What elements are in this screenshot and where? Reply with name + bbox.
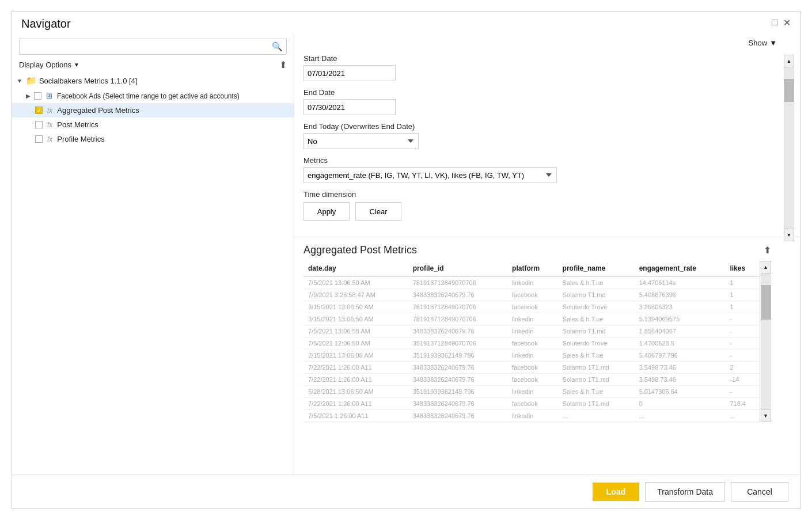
table-cell: 5.1394069575 [635,313,726,325]
table-row: 7/5/2021 13:06:50 AM781918712849070706li… [303,276,760,289]
col-profile-id: profile_id [408,261,507,276]
aggregated-post-metrics-checkbox[interactable] [35,107,43,114]
scroll-track [784,67,794,229]
search-icon: 🔍 [272,41,283,52]
table-cell: Solarmo T1.md [558,325,635,337]
show-chevron: ▼ [769,39,777,47]
search-input[interactable] [23,43,272,51]
table-cell: 5/28/2021 13:06:50 AM [303,386,408,398]
end-today-label: End Today (Overwrites End Date) [303,122,771,131]
table-cell: ... [635,410,726,422]
tree-item-profile-metrics[interactable]: fx Profile Metrics [12,132,294,146]
table-cell: Sales & h.T.ue [558,350,635,362]
start-date-label: Start Date [303,54,771,63]
table-cell: linkedin [507,276,558,289]
show-label: Show [749,39,768,47]
title-bar: Navigator □ ✕ [12,12,800,34]
end-date-label: End Date [303,88,771,97]
tree-item-socialbakers[interactable]: ▼ 📁 Socialbakers Metrics 1.1.0 [4] [12,73,294,89]
clear-button[interactable]: Clear [355,202,401,221]
table-cell: - [725,325,760,337]
table-cell: 7/9/2021 3:26:58:47 AM [303,289,408,301]
table-row: 7/9/2021 3:26:58:47 AM348338326240679.76… [303,289,760,301]
table-cell: facebook [507,301,558,313]
scroll-up-button[interactable]: ▲ [784,55,794,67]
data-title-row: Aggregated Post Metrics ⬆ [303,244,771,256]
table-cell: 2/15/2021 13:06:08 AM [303,350,408,362]
table-cell: - [725,386,760,398]
table-row: 2/15/2021 13:06:08 AM35191939362149.796l… [303,350,760,362]
col-likes: likes [725,261,760,276]
table-header-row: date.day profile_id platform profile_nam… [303,261,760,276]
action-buttons: Apply Clear [303,202,771,221]
left-export-icon[interactable]: ⬆ [279,59,287,70]
profile-metrics-checkbox[interactable] [35,135,43,143]
table-cell: 1.4700623.5 [635,337,726,350]
end-date-input[interactable] [303,99,396,115]
table-cell: 348338326240679.76 [408,398,507,410]
close-icon[interactable]: ✕ [783,17,791,28]
table-cell: linkedin [507,410,558,422]
tree-item-post-metrics[interactable]: fx Post Metrics [12,117,294,132]
tree-item-facebook-ads[interactable]: ▶ ⊞ Facebook Ads (Select time range to g… [12,89,294,103]
table-cell: linkedin [507,386,558,398]
table-row: 3/15/2021 13:06:50 AM781918712849070706l… [303,313,760,325]
search-bar[interactable]: 🔍 [19,39,287,55]
table-cell: 35191939362149.796 [408,350,507,362]
table-cell: 1.856404067 [635,325,726,337]
display-options-button[interactable]: Display Options ▼ [19,60,79,69]
right-panel: Show ▼ ▲ ▼ Start Date [294,34,800,475]
end-today-select[interactable]: No Yes [303,133,419,149]
table-cell: 7/5/2021 1:26:00 A11 [303,410,408,422]
table-cell: Solarmo 1T1.md [558,374,635,386]
facebook-ads-checkbox[interactable] [34,92,41,100]
tree-item-label: Profile Metrics [57,135,104,143]
data-table-wrapper: date.day profile_id platform profile_nam… [303,261,771,475]
data-export-icon[interactable]: ⬆ [764,245,771,256]
col-platform: platform [507,261,558,276]
main-content: 🔍 Display Options ▼ ⬆ ▼ 📁 Socialbakers M… [12,34,800,475]
table-cell: 781918712849070706 [408,276,507,289]
table-flex: date.day profile_id platform profile_nam… [303,261,771,422]
show-button[interactable]: Show ▼ [749,39,777,47]
cancel-button[interactable]: Cancel [731,482,788,502]
tree-item-aggregated-post-metrics[interactable]: fx Aggregated Post Metrics [12,103,294,117]
table-cell: 35191939362149.796 [408,386,507,398]
table-row: 7/5/2021 12:06:50 AM351913712849070706fa… [303,337,760,350]
table-scroll-up[interactable]: ▲ [761,261,771,274]
table-cell: 5.408676396 [635,289,726,301]
tree-item-label: Post Metrics [57,120,98,129]
table-cell: -14 [725,374,760,386]
load-button[interactable]: Load [593,483,639,501]
table-cell: 3.26806323 [635,301,726,313]
scroll-down-button[interactable]: ▼ [784,229,794,241]
table-cell: Solarmo 1T1.md [558,398,635,410]
table-cell: - [725,350,760,362]
table-cell: 7/5/2021 13:06:58 AM [303,325,408,337]
table-scrollbar: ▲ ▼ [760,261,771,422]
display-options-chevron: ▼ [74,62,79,68]
table-cell: linkedin [507,350,558,362]
table-cell: Solarmo 1T1.md [558,362,635,374]
table-row: 5/28/2021 13:06:50 AM35191939362149.796l… [303,386,760,398]
table-cell: 5.0147306.64 [635,386,726,398]
time-dimension-label: Time dimension [303,190,771,199]
post-metrics-checkbox[interactable] [35,121,43,128]
table-cell: - [725,313,760,325]
table-scroll-down[interactable]: ▼ [761,409,771,422]
table-cell: ... [725,410,760,422]
table-row: 7/22/2021 1:26:00 A11348338326240679.76f… [303,398,760,410]
minimize-icon[interactable]: □ [772,17,777,28]
table-cell: 348338326240679.76 [408,410,507,422]
col-date-day: date.day [303,261,408,276]
transform-data-button[interactable]: Transform Data [645,482,725,502]
apply-button[interactable]: Apply [303,202,350,221]
metrics-select[interactable]: engagement_rate (FB, IG, TW, YT, LI, VK)… [303,167,557,183]
start-date-input[interactable] [303,65,396,81]
window-controls: □ ✕ [772,17,791,28]
table-cell: - [725,337,760,350]
table-cell: Sales & h.T.ue [558,313,635,325]
table-cell: facebook [507,362,558,374]
fx-icon: fx [47,135,52,143]
table-cell: Solarmo T1.md [558,289,635,301]
